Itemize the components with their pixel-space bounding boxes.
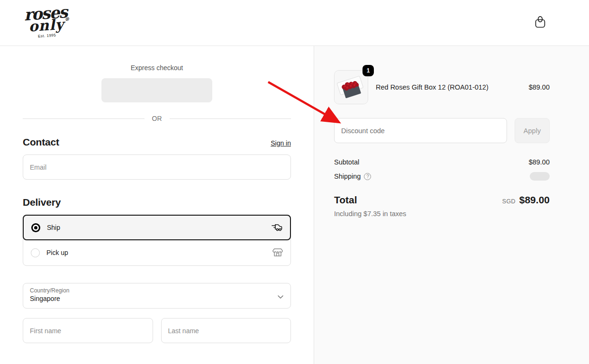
country-select-value: Singapore [30, 295, 284, 302]
brand-logo-line2: only® [28, 19, 64, 33]
country-select[interactable]: Country/Region Singapore [23, 283, 291, 309]
delivery-option-label: Ship [47, 224, 271, 231]
first-name-field[interactable] [23, 318, 153, 343]
cart-line-item: 1 Red Roses Gift Box 12 (ROA01-012) $89.… [334, 70, 550, 104]
brand-logo[interactable]: roses only® Est. 1995 [24, 6, 69, 39]
apply-discount-button[interactable]: Apply [515, 118, 550, 143]
checkout-header: roses only® Est. 1995 [0, 0, 589, 46]
delivery-option-ship[interactable]: Ship [23, 215, 291, 240]
radio-pickup-unselected[interactable] [31, 248, 40, 257]
delivery-heading: Delivery [23, 197, 291, 208]
product-title: Red Roses Gift Box 12 (ROA01-012) [376, 83, 529, 91]
chevron-down-icon [277, 293, 284, 300]
quantity-badge: 1 [362, 65, 374, 76]
express-checkout-title: Express checkout [23, 64, 291, 72]
express-checkout-button[interactable] [101, 78, 212, 102]
radio-ship-selected[interactable] [31, 223, 40, 232]
last-name-field[interactable] [161, 318, 291, 343]
total-value: $89.00 [519, 194, 550, 206]
shipping-label: Shipping [334, 173, 361, 180]
sign-in-link[interactable]: Sign in [271, 139, 291, 147]
brand-est-text: Est. 1995 [38, 34, 56, 39]
shopping-bag-icon [534, 23, 546, 30]
total-label: Total [334, 194, 357, 206]
truck-icon [271, 223, 282, 232]
taxes-note: Including $7.35 in taxes [334, 210, 550, 218]
subtotal-value: $89.00 [529, 158, 550, 166]
store-icon [272, 248, 283, 257]
discount-code-input[interactable] [334, 118, 507, 143]
or-label: OR [152, 115, 162, 122]
divider-line [170, 118, 291, 119]
currency-code: SGD [502, 198, 516, 205]
delivery-option-label: Pick up [46, 249, 272, 256]
delivery-option-pickup[interactable]: Pick up [23, 240, 290, 265]
subtotal-label: Subtotal [334, 158, 359, 166]
divider-line [23, 118, 145, 119]
delivery-method-group: Ship Pic [23, 215, 291, 266]
product-thumbnail [334, 70, 368, 104]
contact-heading: Contact [23, 136, 59, 148]
or-divider: OR [23, 115, 291, 122]
checkout-form-panel: Express checkout OR Contact Sign in Deli… [0, 46, 314, 364]
product-price: $89.00 [529, 83, 550, 91]
shipping-help-icon[interactable]: ? [364, 173, 371, 180]
order-summary-panel: 1 Red Roses Gift Box 12 (ROA01-012) $89.… [314, 46, 589, 364]
country-select-label: Country/Region [30, 287, 284, 294]
registered-mark: ® [64, 18, 70, 22]
shipping-value-skeleton [530, 172, 550, 181]
email-field[interactable] [23, 155, 291, 180]
cart-button[interactable] [532, 14, 548, 32]
